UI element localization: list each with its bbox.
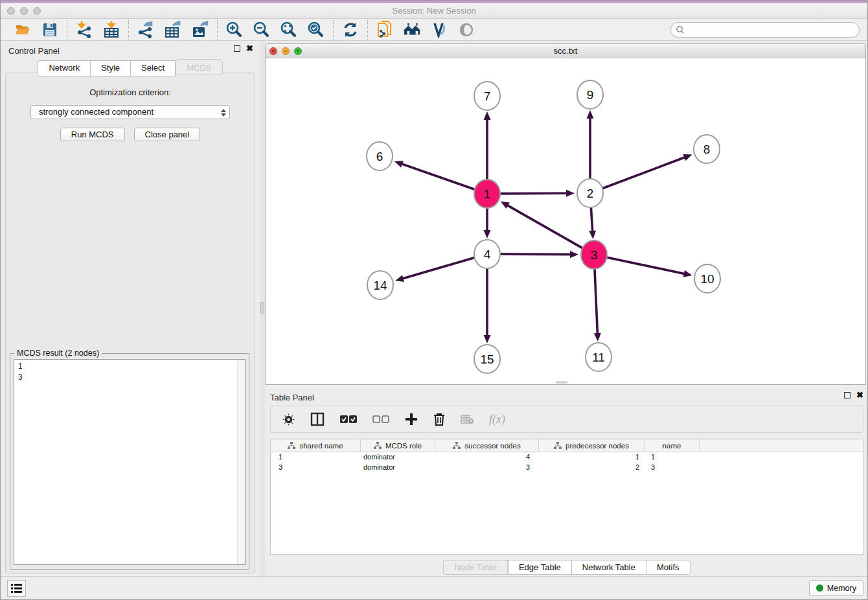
table-toolbar: f(x) [270, 406, 863, 433]
memory-button[interactable]: Memory [809, 580, 863, 596]
cytoscape-home-icon[interactable] [403, 21, 421, 39]
tab-select[interactable]: Select [130, 60, 176, 76]
function-builder-icon[interactable]: f(x) [489, 413, 505, 426]
node-2[interactable]: 2 [577, 179, 603, 207]
main-toolbar [1, 19, 867, 41]
edge-3-1[interactable] [507, 205, 584, 249]
edge-4-3[interactable] [499, 254, 572, 255]
tree-icon [554, 442, 562, 449]
delete-columns-icon[interactable] [433, 413, 445, 426]
memory-status-icon [816, 584, 823, 592]
show-panels-button[interactable] [7, 580, 26, 597]
node-9[interactable]: 9 [577, 80, 603, 109]
edge-1-2[interactable] [499, 193, 568, 194]
float-table-panel-icon[interactable] [844, 392, 851, 398]
edge-4-14[interactable] [402, 257, 475, 279]
node-label-2: 2 [587, 187, 594, 200]
hide-graphics-icon[interactable] [457, 21, 475, 39]
criterion-dropdown[interactable]: strongly connected component [30, 105, 230, 119]
edge-arrow-2-8 [683, 154, 692, 161]
edge-arrow-4-14 [395, 275, 404, 282]
tab-mcds[interactable]: MCDS [176, 59, 222, 75]
node-1[interactable]: 1 [474, 179, 500, 208]
table-header-row: shared name MCDS role successor nodes pr… [271, 439, 863, 452]
close-panel-icon[interactable]: ✖ [246, 45, 253, 52]
edge-3-11[interactable] [595, 267, 598, 335]
save-session-icon[interactable] [41, 21, 59, 39]
run-mcds-button[interactable]: Run MCDS [60, 128, 125, 141]
column-header-name[interactable]: name [645, 439, 700, 452]
node-table: shared name MCDS role successor nodes pr… [270, 439, 863, 555]
edge-arrow-2-9 [587, 110, 594, 119]
canvas-scroll-hint[interactable] [556, 381, 567, 384]
node-4[interactable]: 4 [474, 240, 500, 268]
column-header-successor-nodes[interactable]: successor nodes [435, 439, 539, 452]
export-table-icon[interactable] [164, 21, 182, 39]
tab-style[interactable]: Style [90, 60, 130, 76]
criterion-value: strongly connected component [39, 107, 154, 117]
select-all-columns-icon[interactable] [340, 415, 357, 424]
node-8[interactable]: 8 [694, 135, 720, 163]
tab-network-table[interactable]: Network Table [571, 560, 646, 575]
mcds-result-box[interactable]: 1 3 [14, 359, 246, 565]
node-label-7: 7 [484, 89, 491, 103]
tab-motifs[interactable]: Motifs [646, 560, 691, 575]
import-table-icon[interactable] [102, 21, 120, 39]
float-panel-icon[interactable] [234, 45, 240, 52]
network-titlebar[interactable]: × − + scc.txt [266, 44, 865, 58]
export-network-icon[interactable] [137, 21, 155, 39]
node-label-15: 15 [480, 352, 494, 366]
tab-edge-table[interactable]: Edge Table [508, 560, 571, 575]
node-15[interactable]: 15 [474, 345, 500, 373]
open-session-icon[interactable] [14, 21, 32, 39]
clear-table-icon[interactable] [461, 414, 474, 424]
zoom-in-icon[interactable] [225, 21, 244, 39]
node-3[interactable]: 3 [581, 240, 607, 269]
node-label-10: 10 [700, 272, 714, 286]
network-canvas[interactable]: 7968124314101511 [266, 58, 865, 384]
divider-handle[interactable] [260, 302, 264, 314]
edge-2-3[interactable] [591, 205, 593, 233]
search-input[interactable] [670, 22, 860, 38]
split-view-icon[interactable] [310, 412, 325, 426]
add-column-icon[interactable] [405, 413, 418, 426]
export-image-icon[interactable] [191, 21, 209, 39]
table-settings-icon[interactable] [282, 413, 295, 426]
export-to-cyndex-icon[interactable] [376, 21, 394, 39]
mcds-result-line: 3 [18, 372, 245, 383]
column-header-shared-name[interactable]: shared name [271, 439, 361, 452]
import-network-icon[interactable] [75, 21, 93, 39]
zoom-fit-icon[interactable] [280, 21, 298, 39]
edge-arrow-2-3 [589, 231, 596, 239]
zoom-out-icon[interactable] [253, 21, 271, 39]
node-11[interactable]: 11 [586, 343, 611, 371]
tree-icon [453, 442, 461, 449]
table-row[interactable]: 1 dominator 4 1 1 [271, 452, 863, 463]
edge-2-8[interactable] [602, 157, 686, 189]
node-7[interactable]: 7 [474, 82, 500, 110]
network-view-window: × − + scc.txt 7968124314101511 [265, 43, 866, 385]
column-header-mcds-role[interactable]: MCDS role [361, 439, 435, 452]
close-table-panel-icon[interactable]: ✖ [856, 392, 863, 398]
panel-divider [260, 41, 265, 577]
table-row[interactable]: 3 dominator 3 2 3 [271, 463, 863, 473]
result-scrollbar[interactable] [237, 360, 245, 564]
tab-network[interactable]: Network [38, 60, 90, 76]
close-panel-button[interactable]: Close panel [134, 128, 201, 141]
node-14[interactable]: 14 [367, 271, 393, 299]
node-label-9: 9 [587, 88, 594, 102]
zoom-selected-icon[interactable] [307, 21, 325, 39]
edge-3-10[interactable] [606, 257, 686, 274]
search-icon [676, 25, 685, 37]
tree-icon [288, 442, 295, 449]
edge-1-6[interactable] [400, 163, 475, 190]
apply-layout-icon[interactable] [341, 21, 360, 39]
edge-arrow-1-2 [566, 190, 575, 197]
node-10[interactable]: 10 [694, 264, 720, 293]
deselect-all-columns-icon[interactable] [372, 415, 389, 424]
column-header-predecessor-nodes[interactable]: predecessor nodes [539, 439, 645, 452]
tab-node-table[interactable]: Node Table [443, 560, 508, 575]
control-panel-title: Control Panel [8, 46, 60, 56]
node-6[interactable]: 6 [367, 142, 393, 170]
toggle-graphics-details-icon[interactable] [430, 21, 448, 39]
